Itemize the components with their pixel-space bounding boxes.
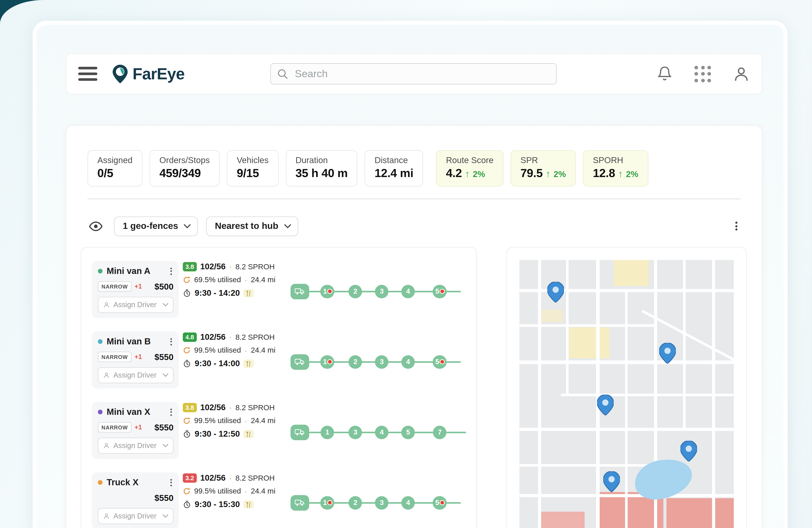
app-frame: FarEye [32, 21, 788, 528]
vehicle-tag-more[interactable]: +1 [134, 353, 142, 360]
map-road [520, 428, 734, 431]
apps-grid-icon[interactable] [694, 66, 711, 82]
chevron-down-icon [163, 373, 168, 377]
stat-label: Distance [375, 155, 413, 165]
route-stop[interactable]: 1 [320, 496, 334, 509]
stat-card-distance: Distance 12.4 mi [365, 150, 423, 186]
vehicle-name: Mini van A [106, 266, 150, 276]
stat-delta: 2% [626, 169, 638, 180]
vehicle-color-dot [98, 410, 103, 414]
route-stop[interactable]: 2 [349, 355, 362, 369]
assign-driver-dropdown[interactable]: Assign Driver [98, 438, 173, 454]
meal-break-chip [244, 359, 254, 368]
route-stop[interactable]: 3 [349, 425, 362, 439]
vehicle-price: $500 [155, 282, 173, 291]
vehicle-menu-icon[interactable] [169, 407, 173, 417]
route-stop[interactable]: 5 [433, 355, 447, 369]
separator-dot: · [245, 416, 247, 425]
vehicle-tag: NARROW [98, 352, 132, 362]
vehicle-row: Mini van B NARROW +1 $550 [91, 331, 466, 388]
map[interactable] [520, 260, 734, 528]
vehicle-menu-icon[interactable] [169, 477, 173, 488]
assign-driver-dropdown[interactable]: Assign Driver [98, 297, 173, 313]
route-stop[interactable]: 3 [375, 285, 389, 298]
stat-value: 4.2 [446, 167, 462, 180]
route-stop[interactable]: 4 [402, 355, 415, 369]
hamburger-menu-icon[interactable] [78, 67, 98, 81]
route-stop[interactable]: 3 [375, 355, 389, 369]
stats-row: Assigned 0/5 Orders/Stops 459/349 Vehicl… [66, 150, 762, 186]
assign-driver-dropdown[interactable]: Assign Driver [98, 367, 173, 383]
route-stop[interactable]: 5 [402, 425, 415, 439]
more-options-icon[interactable] [734, 220, 739, 232]
dashboard-card: Assigned 0/5 Orders/Stops 459/349 Vehicl… [66, 125, 762, 528]
vehicle-card: Mini van X NARROW +1 $550 [91, 402, 178, 459]
brand-logo[interactable]: FarEye [112, 64, 185, 84]
clock-icon [183, 289, 191, 297]
vehicle-menu-icon[interactable] [169, 266, 173, 276]
map-pin[interactable] [659, 343, 676, 363]
route-stop[interactable]: 4 [375, 425, 389, 439]
route-stop[interactable]: 1 [320, 355, 334, 369]
assign-driver-label: Assign Driver [113, 441, 157, 449]
route-stop[interactable]: 5 [433, 496, 447, 509]
stat-card-spr: SPR 79.5 ↑ 2% [511, 150, 576, 186]
driver-icon [103, 372, 110, 379]
route-stop[interactable]: 5 [433, 285, 447, 298]
meal-break-chip [244, 289, 254, 297]
clock-icon [183, 359, 191, 368]
vehicle-price: $550 [155, 423, 173, 432]
vehicle-tag-more[interactable]: +1 [134, 283, 142, 290]
route-stop[interactable]: 1 [321, 425, 334, 439]
search-input[interactable] [294, 67, 550, 80]
stat-value: 79.5 [520, 167, 542, 180]
vehicle-menu-icon[interactable] [169, 336, 173, 347]
restaurant-icon [246, 361, 252, 367]
restaurant-icon [246, 502, 252, 508]
truck-icon[interactable] [290, 495, 309, 510]
map-pin[interactable] [597, 395, 613, 416]
visibility-eye-icon[interactable] [89, 219, 103, 233]
top-nav: FarEye [66, 53, 762, 94]
truck-icon[interactable] [290, 354, 309, 369]
vehicle-metrics: 3.2 102/56 · 8.2 SPROH 99.5% utili [183, 472, 281, 509]
assign-driver-dropdown[interactable]: Assign Driver [98, 508, 173, 524]
route-stop[interactable]: 4 [402, 496, 415, 509]
stat-card-route-score: Route Score 4.2 ↑ 2% [436, 150, 503, 186]
map-pin[interactable] [680, 441, 697, 461]
truck-icon[interactable] [290, 424, 309, 440]
truck-icon[interactable] [290, 284, 309, 299]
geofence-dropdown[interactable]: 1 geo-fences [114, 216, 198, 236]
stat-label: Duration [295, 155, 348, 165]
route-stop[interactable]: 1 [320, 285, 334, 298]
map-pin[interactable] [603, 471, 620, 492]
map-pin[interactable] [548, 282, 564, 302]
route-stop[interactable]: 2 [349, 496, 362, 509]
vehicle-tag-more[interactable]: +1 [134, 424, 142, 431]
map-road [683, 260, 685, 431]
route-stop[interactable]: 2 [349, 285, 362, 298]
user-icon[interactable] [733, 65, 750, 82]
stat-value: 35 h 40 m [295, 167, 348, 180]
route-stop[interactable]: 4 [402, 285, 415, 298]
stat-label: SPORH [593, 155, 638, 165]
orders-stops-value: 102/56 [200, 332, 226, 342]
map-area-yellow [541, 310, 563, 322]
stop-alert-dot [328, 360, 332, 363]
route-stop[interactable]: 7 [433, 425, 447, 439]
search-icon [277, 68, 289, 80]
stat-label: Vehicles [237, 155, 269, 165]
bell-icon[interactable] [656, 66, 672, 82]
vehicle-color-dot [98, 339, 103, 344]
stat-label: Route Score [446, 155, 494, 165]
chevron-down-icon [284, 224, 291, 228]
divider [88, 198, 740, 199]
search-box[interactable] [271, 63, 557, 84]
separator-dot: · [245, 275, 247, 284]
vehicle-color-dot [98, 269, 103, 273]
sort-dropdown[interactable]: Nearest to hub [206, 216, 298, 236]
distance-value: 24.4 mi [251, 346, 275, 354]
route-stop[interactable]: 3 [375, 496, 389, 509]
vehicle-row: Mini van X NARROW +1 $550 [91, 402, 466, 459]
map-road [538, 260, 541, 528]
